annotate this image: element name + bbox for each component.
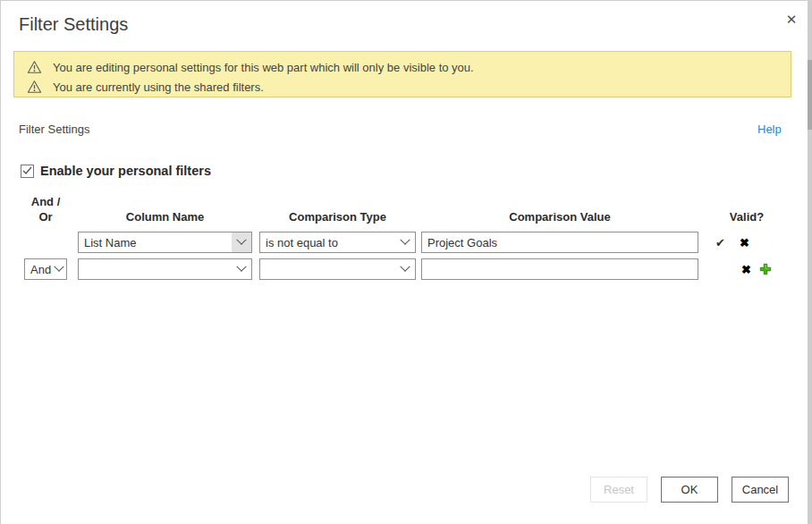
warning-row: You are currently using the shared filte… — [27, 79, 778, 95]
remove-filter-icon[interactable]: ✖ — [741, 263, 751, 276]
comparison-type-select-2[interactable] — [259, 258, 416, 280]
filter-row-2: And ✖ — [24, 258, 782, 280]
warning-icon — [27, 80, 42, 94]
warning-icon — [27, 60, 42, 74]
chevron-down-icon — [52, 259, 66, 279]
scrollbar[interactable] — [808, 1, 812, 524]
chevron-down-icon — [395, 232, 415, 252]
remove-filter-icon[interactable]: ✖ — [740, 236, 749, 249]
valid-check-icon: ✔ — [715, 236, 725, 249]
enable-personal-filters-label: Enable your personal filters — [40, 164, 211, 178]
footer-buttons: Reset OK Cancel — [590, 477, 789, 503]
warning-banner: You are editing personal settings for th… — [13, 51, 791, 97]
filter-table-header: And / Or Column Name Comparison Type Com… — [24, 194, 782, 224]
header-comparison-value: Comparison Value — [421, 209, 698, 224]
warning-message-2: You are currently using the shared filte… — [53, 80, 264, 94]
cancel-button[interactable]: Cancel — [732, 477, 789, 503]
and-or-select-2[interactable]: And — [24, 258, 67, 280]
comparison-type-select-1[interactable]: is not equal to — [259, 232, 416, 253]
column-name-select-2[interactable] — [78, 258, 252, 280]
filter-table: And / Or Column Name Comparison Type Com… — [24, 194, 782, 285]
reset-button[interactable]: Reset — [590, 477, 647, 503]
comparison-value-input-2[interactable] — [421, 258, 698, 280]
column-name-select-1[interactable]: List Name — [78, 232, 252, 253]
chevron-down-icon — [232, 232, 251, 252]
header-column-name: Column Name — [78, 209, 252, 224]
chevron-down-icon — [232, 259, 251, 279]
header-and-or: And / Or — [24, 194, 67, 224]
warning-message-1: You are editing personal settings for th… — [53, 61, 474, 74]
add-filter-icon[interactable] — [759, 263, 772, 275]
section-label: Filter Settings — [19, 123, 89, 136]
help-link[interactable]: Help — [757, 123, 782, 136]
enable-filters-row: Enable your personal filters — [21, 164, 211, 178]
comparison-value-input-1[interactable] — [421, 232, 698, 253]
scrollbar-thumb[interactable] — [808, 60, 812, 130]
filter-row-1: List Name is not equal to ✔ ✖ — [24, 232, 782, 253]
enable-personal-filters-checkbox[interactable] — [21, 165, 34, 178]
chevron-down-icon — [395, 259, 415, 279]
ok-button[interactable]: OK — [661, 477, 718, 503]
dialog-title: Filter Settings — [19, 14, 128, 35]
close-icon[interactable]: ✕ — [782, 10, 801, 30]
header-valid: Valid? — [711, 209, 782, 224]
checkbox-check-icon — [22, 166, 32, 175]
header-comparison-type: Comparison Type — [259, 209, 416, 224]
warning-row: You are editing personal settings for th… — [27, 59, 778, 75]
